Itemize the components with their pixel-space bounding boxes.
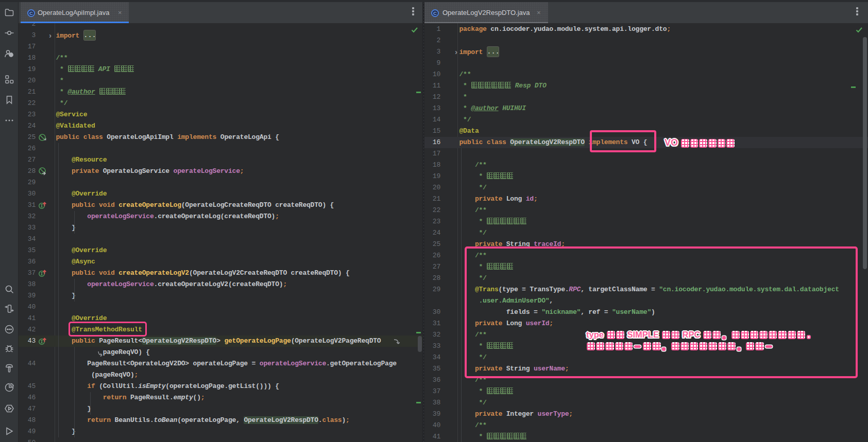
- svg-text:?: ?: [10, 52, 12, 57]
